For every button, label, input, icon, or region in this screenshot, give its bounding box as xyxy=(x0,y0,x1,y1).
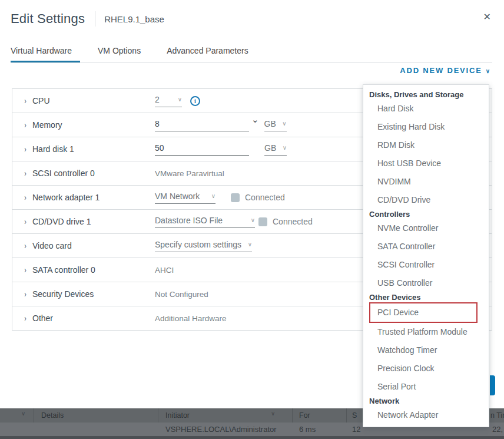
row-select[interactable]: VM Network∨ xyxy=(155,192,215,204)
add-new-device-button[interactable]: ADD NEW DEVICE ∨ xyxy=(400,66,490,75)
menu-item-host-usb-device[interactable]: Host USB Device xyxy=(363,154,489,173)
row-value: AHCI xyxy=(155,266,174,275)
row-expander[interactable]: ›SATA controller 0 xyxy=(12,265,155,275)
chevron-right-icon: › xyxy=(24,240,26,251)
row-select[interactable]: Specify custom settings∨ xyxy=(155,240,252,252)
menu-item-network-adapter[interactable]: Network Adapter xyxy=(363,406,489,424)
select-value: Datastore ISO File xyxy=(155,216,223,225)
ok-button[interactable] xyxy=(490,375,495,395)
row-label: CD/DVD drive 1 xyxy=(32,217,91,226)
cpu-count-select[interactable]: 2∨ xyxy=(155,95,182,107)
row-expander[interactable]: ›Memory xyxy=(12,120,155,130)
row-label: Security Devices xyxy=(32,289,94,299)
tab-virtual-hardware[interactable]: Virtual Hardware xyxy=(11,42,80,62)
tab-bar: Virtual HardwareVM OptionsAdvanced Param… xyxy=(11,42,492,63)
sort-caret-icon: ∨ xyxy=(271,410,275,417)
menu-item-nvdimm[interactable]: NVDIMM xyxy=(363,173,489,191)
menu-item-rdm-disk[interactable]: RDM Disk xyxy=(363,136,489,154)
menu-section-network: Network xyxy=(363,396,489,406)
sort-caret-icon: ∨ xyxy=(21,410,25,417)
value-input[interactable]: 50 xyxy=(155,143,249,156)
table-cell: 6 ms xyxy=(299,425,316,434)
unit-select[interactable]: GB∨ xyxy=(264,143,287,156)
cpu-count-value: 2 xyxy=(155,95,160,104)
column-header: n Tim xyxy=(490,411,504,420)
chevron-right-icon: › xyxy=(24,265,26,275)
chevron-down-icon: ∨ xyxy=(486,68,490,74)
connected-checkbox[interactable] xyxy=(231,193,240,202)
dialog-title: Edit Settings xyxy=(11,11,85,27)
menu-item-trusted-platform-module[interactable]: Trusted Platform Module xyxy=(363,323,489,341)
checkbox-label: Connected xyxy=(273,217,313,226)
chevron-right-icon: › xyxy=(24,289,26,299)
row-expander[interactable]: ›CPU xyxy=(12,96,155,105)
row-expander[interactable]: ›Hard disk 1 xyxy=(12,144,155,154)
value-input[interactable]: 8 xyxy=(155,119,249,131)
row-label: SATA controller 0 xyxy=(32,265,95,275)
tab-advanced-parameters[interactable]: Advanced Parameters xyxy=(167,42,257,62)
row-value: VMware Paravirtual xyxy=(155,169,224,178)
select-value: VM Network xyxy=(155,192,200,201)
row-label: Network adapter 1 xyxy=(32,193,100,202)
chevron-right-icon: › xyxy=(24,313,26,324)
row-label: Memory xyxy=(32,120,62,130)
info-icon[interactable]: i xyxy=(190,96,200,106)
column-header: S xyxy=(352,411,357,420)
vm-name: RHEL9.1_base xyxy=(104,14,164,24)
select-value: Specify custom settings xyxy=(155,240,241,249)
dialog-header: Edit Settings RHEL9.1_base ✕ xyxy=(11,8,493,29)
connected-checkbox[interactable] xyxy=(258,217,267,226)
column-separator xyxy=(34,408,34,423)
unit-value: GB xyxy=(264,119,276,128)
menu-section-controllers: Controllers xyxy=(363,209,489,219)
row-label: Hard disk 1 xyxy=(32,144,74,154)
column-separator xyxy=(292,408,293,423)
task-grid-bottom-strip xyxy=(0,436,504,439)
tab-vm-options[interactable]: VM Options xyxy=(98,42,149,62)
row-label: CPU xyxy=(32,96,50,105)
chevron-right-icon: › xyxy=(24,168,26,179)
row-select[interactable]: Datastore ISO File∨ xyxy=(155,216,255,228)
menu-item-precision-clock[interactable]: Precision Clock xyxy=(363,359,489,378)
menu-item-sata-controller[interactable]: SATA Controller xyxy=(363,237,489,256)
row-expander[interactable]: ›SCSI controller 0 xyxy=(12,169,155,178)
chevron-down-icon: ∨ xyxy=(248,241,252,247)
row-label: Video card xyxy=(32,241,72,250)
chevron-down-icon: ∨ xyxy=(211,193,215,199)
add-device-menu: Disks, Drives and StorageHard DiskExisti… xyxy=(363,84,489,427)
column-header: For xyxy=(299,411,310,420)
row-expander[interactable]: ›Network adapter 1 xyxy=(12,193,155,202)
row-expander[interactable]: ›Security Devices xyxy=(12,289,155,299)
menu-item-hard-disk[interactable]: Hard Disk xyxy=(363,100,489,118)
menu-item-cd-dvd-drive[interactable]: CD/DVD Drive xyxy=(363,191,489,209)
menu-item-nvme-controller[interactable]: NVMe Controller xyxy=(363,219,489,237)
checkbox-label: Connected xyxy=(245,193,285,202)
chevron-down-icon: ∨ xyxy=(251,217,255,223)
menu-item-watchdog-timer[interactable]: Watchdog Timer xyxy=(363,341,489,359)
table-cell: 12 xyxy=(352,425,360,434)
menu-item-usb-controller[interactable]: USB Controller xyxy=(363,274,489,292)
close-icon[interactable]: ✕ xyxy=(482,10,492,24)
menu-section-disks-drives-and-storage: Disks, Drives and Storage xyxy=(363,90,489,100)
table-cell: 22, xyxy=(492,425,503,434)
row-expander[interactable]: ›CD/DVD drive 1 xyxy=(12,217,155,226)
column-separator xyxy=(158,408,158,423)
unit-select[interactable]: GB∨ xyxy=(264,119,287,131)
chevron-down-icon: ∨ xyxy=(283,144,287,151)
column-header: Initiator xyxy=(165,411,190,420)
menu-item-scsi-controller[interactable]: SCSI Controller xyxy=(363,256,489,274)
row-expander[interactable]: ›Video card xyxy=(12,241,155,250)
menu-item-serial-port[interactable]: Serial Port xyxy=(363,378,489,396)
chevron-right-icon: › xyxy=(24,144,26,154)
chevron-right-icon: › xyxy=(24,95,26,106)
table-cell: VSPHERE.LOCAL\Administrator xyxy=(165,425,277,434)
menu-item-pci-device[interactable]: PCI Device xyxy=(369,302,478,323)
title-divider xyxy=(95,11,95,27)
row-expander[interactable]: ›Other xyxy=(12,313,155,323)
chevron-right-icon: › xyxy=(24,192,26,203)
chevron-right-icon: › xyxy=(24,120,26,130)
stepper-chevron-icon[interactable]: ⌄ xyxy=(251,114,259,125)
row-value: Additional Hardware xyxy=(155,314,227,323)
menu-item-existing-hard-disk[interactable]: Existing Hard Disk xyxy=(363,118,489,136)
row-label: Other xyxy=(32,313,53,323)
